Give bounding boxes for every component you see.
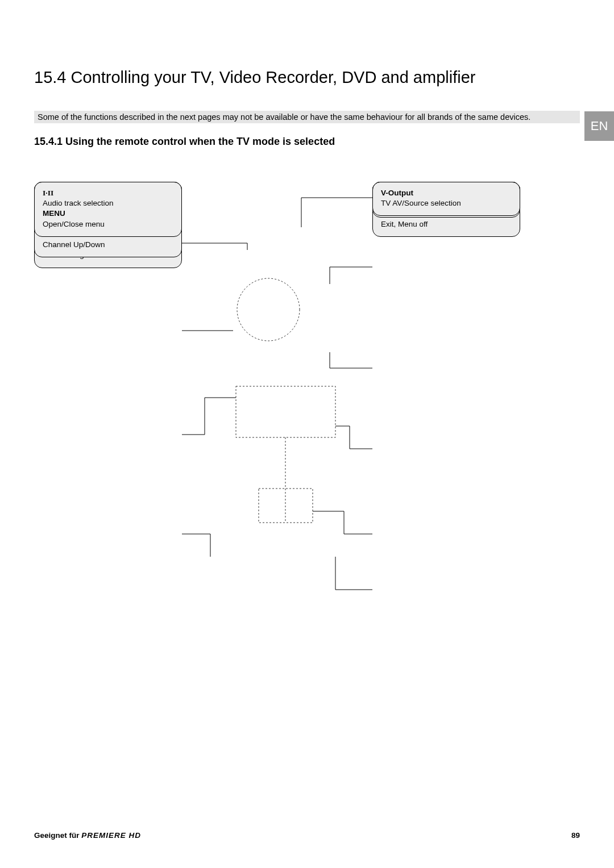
audio-track-icon: I·II bbox=[43, 189, 53, 197]
footer-brand: PREMIERE HD bbox=[81, 831, 141, 840]
page-footer: Geeignet für PREMIERE HD 89 bbox=[34, 831, 580, 840]
subsection-title: 15.4.1 Using the remote control when the… bbox=[34, 136, 580, 148]
voutput-desc: TV AV/Source selection bbox=[381, 199, 461, 207]
audio-desc: Audio track selection bbox=[43, 199, 114, 207]
svg-rect-2 bbox=[259, 489, 313, 523]
intro-note: Some of the functions described in the n… bbox=[34, 111, 580, 123]
box-voutput: V-Output TV AV/Source selection bbox=[372, 182, 520, 216]
footer-left: Geeignet für PREMIERE HD bbox=[34, 831, 141, 840]
remote-diagram: Open/Close On Screen Display SELECT Remo… bbox=[34, 182, 580, 636]
menu-label: MENU bbox=[43, 209, 65, 218]
language-tab: EN bbox=[584, 111, 614, 141]
section-title: 15.4 Controlling your TV, Video Recorder… bbox=[34, 68, 580, 87]
svg-point-0 bbox=[237, 278, 300, 341]
voutput-label: V-Output bbox=[381, 189, 413, 197]
page-number: 89 bbox=[571, 831, 580, 840]
exit-desc: Exit, Menu off bbox=[381, 220, 428, 228]
menu-desc: Open/Close menu bbox=[43, 220, 105, 228]
footer-prefix: Geeignet für bbox=[34, 831, 81, 840]
box-audio-menu: I·II Audio track selection MENU Open/Clo… bbox=[34, 182, 182, 237]
svg-rect-1 bbox=[236, 386, 335, 437]
channel-desc: Channel Up/Down bbox=[43, 240, 105, 249]
